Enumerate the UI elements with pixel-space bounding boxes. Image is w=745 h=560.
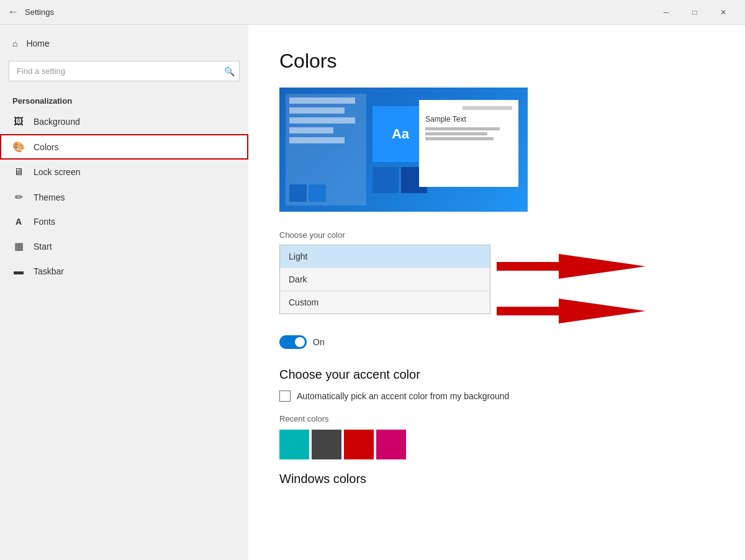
preview-aa-label: Aa <box>392 126 409 142</box>
sidebar-item-background[interactable]: 🖼 Background <box>0 109 248 134</box>
auto-accent-label: Automatically pick an accent color from … <box>297 391 509 401</box>
accent-color-title: Choose your accent color <box>279 368 714 382</box>
color-preview: Aa Sample Text <box>279 88 528 212</box>
app-title: Settings <box>25 7 652 17</box>
content-area: Colors Aa <box>248 25 745 560</box>
svg-marker-1 <box>497 299 646 323</box>
window-controls: ─ □ ✕ <box>652 0 738 25</box>
sidebar: ⌂ Home 🔍 Personalization 🖼 Background 🎨 … <box>0 25 248 560</box>
sidebar-item-label: Background <box>34 117 80 127</box>
preview-tile-1 <box>372 167 399 193</box>
preview-stripe-1 <box>289 97 355 104</box>
sidebar-item-label: Themes <box>34 192 65 202</box>
sidebar-item-label: Start <box>34 242 52 251</box>
preview-line-3 <box>425 137 494 140</box>
taskbar-icon: ▬ <box>12 266 25 277</box>
swatch-dark[interactable] <box>312 430 341 459</box>
preview-line-1 <box>425 127 500 130</box>
background-icon: 🖼 <box>12 116 25 127</box>
sidebar-item-start[interactable]: ▦ Start <box>0 233 248 259</box>
preview-sample-text: Sample Text <box>425 115 466 124</box>
swatch-red[interactable] <box>344 430 374 459</box>
sidebar-item-fonts[interactable]: A Fonts <box>0 210 248 233</box>
toggle-knob <box>295 337 305 347</box>
preview-stripe-2 <box>289 107 345 114</box>
preview-left-panel <box>286 94 366 205</box>
arrow-1 <box>497 251 646 282</box>
home-label: Home <box>26 38 49 48</box>
sidebar-item-lockscreen[interactable]: 🖥 Lock screen <box>0 160 248 184</box>
themes-icon: ✏ <box>12 191 25 203</box>
swatch-teal[interactable] <box>279 430 309 459</box>
colors-icon: 🎨 <box>12 141 25 153</box>
sidebar-item-themes[interactable]: ✏ Themes <box>0 184 248 210</box>
toggle-label: On <box>313 337 325 347</box>
auto-accent-checkbox[interactable] <box>279 391 291 402</box>
page-title: Colors <box>279 50 714 73</box>
toggle-switch[interactable] <box>279 335 307 349</box>
section-label: Personalization <box>0 91 248 109</box>
recent-color-swatches <box>279 430 714 459</box>
sidebar-item-label: Lock screen <box>34 167 80 177</box>
choose-color-label: Choose your color <box>279 230 714 240</box>
preview-right-panel: Sample Text <box>419 100 518 187</box>
preview-titlebar-mini <box>463 106 512 110</box>
preview-background: Aa Sample Text <box>279 88 528 212</box>
preview-stripe-4 <box>289 127 333 133</box>
sidebar-item-colors[interactable]: 🎨 Colors <box>0 134 248 160</box>
sidebar-item-label: Fonts <box>34 217 55 227</box>
color-dropdown[interactable]: Light Dark Custom <box>279 245 490 314</box>
auto-accent-row: Automatically pick an accent color from … <box>279 391 714 402</box>
sidebar-item-label: Colors <box>34 142 58 152</box>
recent-colors-label: Recent colors <box>279 414 714 423</box>
color-dropdown-wrapper: Light Dark Custom <box>279 245 490 327</box>
arrow-annotations <box>497 251 646 327</box>
titlebar: ← Settings ─ □ ✕ <box>0 0 745 25</box>
dropdown-option-light[interactable]: Light <box>280 245 490 268</box>
back-button[interactable]: ← <box>7 6 19 19</box>
sidebar-home[interactable]: ⌂ Home <box>0 31 248 56</box>
dropdown-list: Light Dark Custom <box>279 245 490 314</box>
sidebar-item-label: Taskbar <box>34 266 64 276</box>
dropdown-option-custom[interactable]: Custom <box>280 291 490 314</box>
toggle-row: On <box>279 335 714 349</box>
search-icon: 🔍 <box>224 66 235 76</box>
sidebar-item-taskbar[interactable]: ▬ Taskbar <box>0 259 248 284</box>
arrow-2 <box>497 296 646 327</box>
windows-colors-label: Windows colors <box>279 472 714 486</box>
preview-text-lines <box>425 127 500 142</box>
swatch-pink[interactable] <box>376 430 406 459</box>
sidebar-search-container: 🔍 <box>9 61 240 81</box>
preview-stripe-3 <box>289 117 355 124</box>
preview-line-2 <box>425 132 487 135</box>
main-container: ⌂ Home 🔍 Personalization 🖼 Background 🎨 … <box>0 25 745 560</box>
dropdown-option-dark[interactable]: Dark <box>280 268 490 291</box>
fonts-icon: A <box>12 217 25 227</box>
preview-stripe-5 <box>289 137 345 143</box>
lockscreen-icon: 🖥 <box>12 166 25 178</box>
start-icon: ▦ <box>12 240 25 252</box>
search-input[interactable] <box>9 61 240 81</box>
minimize-button[interactable]: ─ <box>652 0 680 25</box>
maximize-button[interactable]: □ <box>680 0 709 25</box>
svg-marker-0 <box>497 254 646 279</box>
home-icon: ⌂ <box>12 38 17 48</box>
close-button[interactable]: ✕ <box>709 0 738 25</box>
